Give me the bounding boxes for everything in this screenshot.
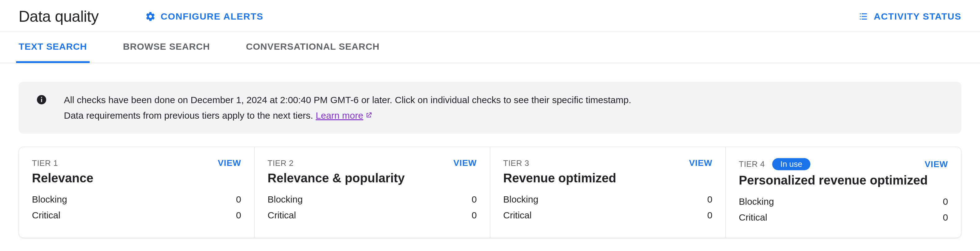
tier-head: TIER 2VIEW xyxy=(268,158,477,168)
tier-view-link[interactable]: VIEW xyxy=(218,158,241,168)
tier-row-name: Critical xyxy=(268,207,296,223)
external-link-icon xyxy=(365,112,372,119)
tier-row-name: Blocking xyxy=(739,193,774,209)
learn-more-link[interactable]: Learn more xyxy=(316,108,372,123)
tier-row-value: 0 xyxy=(707,191,713,207)
tier-row-name: Critical xyxy=(503,207,532,223)
tier-card-2: TIER 2VIEWRelevance & popularityBlocking… xyxy=(254,147,490,238)
info-text: All checks have been done on December 1,… xyxy=(64,92,631,123)
tier-row-name: Critical xyxy=(739,209,767,225)
tier-row: Blocking0 xyxy=(739,193,948,209)
tier-head: TIER 1VIEW xyxy=(32,158,241,168)
tier-label-wrap: TIER 1 xyxy=(32,158,58,168)
tier-row-name: Blocking xyxy=(268,191,303,207)
tier-head: TIER 3VIEW xyxy=(503,158,713,168)
activity-status-label: ACTIVITY STATUS xyxy=(873,11,961,22)
page-title: Data quality xyxy=(19,8,99,26)
tab-text-search[interactable]: TEXT SEARCH xyxy=(16,32,90,63)
activity-status-button[interactable]: ACTIVITY STATUS xyxy=(858,11,961,22)
tier-title: Relevance & popularity xyxy=(268,171,477,185)
tier-row: Blocking0 xyxy=(32,191,241,207)
tier-label: TIER 3 xyxy=(503,158,530,168)
tier-row-value: 0 xyxy=(236,191,241,207)
learn-more-label: Learn more xyxy=(316,108,363,123)
tier-title: Personalized revenue optimized xyxy=(739,173,948,187)
tier-row-value: 0 xyxy=(707,207,713,223)
list-icon xyxy=(858,11,869,22)
tier-row: Blocking0 xyxy=(503,191,713,207)
configure-alerts-label: CONFIGURE ALERTS xyxy=(161,11,263,22)
header: Data quality CONFIGURE ALERTS ACTIVITY S… xyxy=(0,0,980,32)
tier-row: Critical0 xyxy=(503,207,713,223)
tab-bar: TEXT SEARCHBROWSE SEARCHCONVERSATIONAL S… xyxy=(0,32,980,63)
content: All checks have been done on December 1,… xyxy=(0,63,980,251)
tier-row: Critical0 xyxy=(32,207,241,223)
tab-conversational-search[interactable]: CONVERSATIONAL SEARCH xyxy=(243,32,382,63)
info-icon xyxy=(36,94,47,105)
tier-head: TIER 4In useVIEW xyxy=(739,158,948,170)
tier-card-4: TIER 4In useVIEWPersonalized revenue opt… xyxy=(725,147,961,238)
tier-label: TIER 4 xyxy=(739,159,765,169)
tier-view-link[interactable]: VIEW xyxy=(924,159,948,169)
tier-row-name: Blocking xyxy=(503,191,538,207)
tier-label: TIER 1 xyxy=(32,158,58,168)
tier-card-3: TIER 3VIEWRevenue optimizedBlocking0Crit… xyxy=(490,147,726,238)
tier-row-value: 0 xyxy=(472,191,477,207)
tier-row-value: 0 xyxy=(943,209,948,225)
tab-browse-search[interactable]: BROWSE SEARCH xyxy=(121,32,212,63)
tier-row: Blocking0 xyxy=(268,191,477,207)
tier-view-link[interactable]: VIEW xyxy=(689,158,713,168)
tier-card-1: TIER 1VIEWRelevanceBlocking0Critical0 xyxy=(19,147,254,238)
tier-title: Relevance xyxy=(32,171,241,185)
tier-label-wrap: TIER 3 xyxy=(503,158,530,168)
info-line1: All checks have been done on December 1,… xyxy=(64,92,631,108)
tier-label-wrap: TIER 4In use xyxy=(739,158,810,170)
tier-row-value: 0 xyxy=(236,207,241,223)
tier-label-wrap: TIER 2 xyxy=(268,158,294,168)
tier-row-value: 0 xyxy=(472,207,477,223)
header-left: Data quality CONFIGURE ALERTS xyxy=(19,8,263,26)
tier-view-link[interactable]: VIEW xyxy=(453,158,477,168)
info-line2-prefix: Data requirements from previous tiers ap… xyxy=(64,110,316,120)
svg-rect-1 xyxy=(41,99,42,102)
svg-rect-2 xyxy=(41,97,42,98)
configure-alerts-button[interactable]: CONFIGURE ALERTS xyxy=(145,11,263,22)
tier-row-name: Critical xyxy=(32,207,60,223)
tier-badge: In use xyxy=(772,158,810,170)
tier-row-name: Blocking xyxy=(32,191,67,207)
info-banner: All checks have been done on December 1,… xyxy=(19,82,961,134)
tier-row: Critical0 xyxy=(268,207,477,223)
tier-label: TIER 2 xyxy=(268,158,294,168)
tier-row: Critical0 xyxy=(739,209,948,225)
tier-cards: TIER 1VIEWRelevanceBlocking0Critical0TIE… xyxy=(19,147,961,238)
info-line2: Data requirements from previous tiers ap… xyxy=(64,108,631,123)
info-icon-wrap xyxy=(36,92,47,107)
tier-row-value: 0 xyxy=(943,193,948,209)
gear-icon xyxy=(145,11,156,22)
tier-title: Revenue optimized xyxy=(503,171,713,185)
